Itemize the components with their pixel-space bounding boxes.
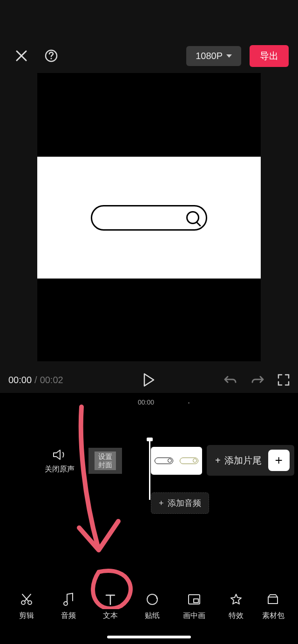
- plus-icon: +: [275, 453, 283, 468]
- tool-label: 剪辑: [19, 611, 34, 621]
- material-icon: [266, 592, 280, 606]
- text-icon: [104, 592, 116, 606]
- topbar-left: [13, 47, 60, 64]
- preview-frame: [37, 157, 261, 279]
- close-icon: [15, 49, 28, 62]
- transport-bar: 00:00 / 00:02: [0, 371, 298, 389]
- resolution-button[interactable]: 1080P: [186, 46, 241, 66]
- home-indicator: [107, 636, 191, 638]
- set-cover-label: 设置 封面: [95, 451, 116, 470]
- add-tail-button[interactable]: + 添加片尾 +: [207, 445, 294, 476]
- tool-text[interactable]: 文本: [89, 592, 131, 621]
- set-cover-button[interactable]: 设置 封面: [88, 447, 123, 475]
- fullscreen-icon: [278, 374, 290, 386]
- pip-icon: [187, 592, 201, 606]
- tool-material[interactable]: 素材包: [257, 592, 290, 621]
- timeline-playhead[interactable]: [149, 439, 150, 500]
- mute-original-button[interactable]: 关闭原声: [45, 449, 74, 474]
- add-audio-button[interactable]: + 添加音频: [151, 492, 209, 514]
- tool-pip[interactable]: 画中画: [173, 592, 215, 621]
- tool-label: 贴纸: [145, 611, 160, 621]
- tool-effect[interactable]: 特效: [215, 592, 257, 621]
- help-button[interactable]: [43, 47, 60, 64]
- star-icon: [230, 592, 243, 606]
- scissors-icon: [20, 592, 34, 606]
- ruler-tick-0: 00:00: [138, 398, 154, 406]
- tool-label: 素材包: [262, 611, 284, 621]
- add-clip-button[interactable]: +: [268, 450, 290, 471]
- export-label: 导出: [260, 51, 278, 61]
- tool-label: 文本: [103, 611, 118, 621]
- transport-right: [224, 374, 290, 386]
- tool-audio[interactable]: 音频: [47, 592, 89, 621]
- mute-label: 关闭原声: [45, 465, 74, 474]
- tool-label: 音频: [61, 611, 76, 621]
- preview-searchbox-graphic: [91, 205, 207, 231]
- clip-thumbnail: [155, 458, 173, 464]
- bottom-toolbar: 剪辑 音频 文本 贴纸 画中画 特效 素材包: [0, 592, 298, 621]
- tool-label: 画中画: [183, 611, 205, 621]
- timeline-clip[interactable]: [151, 447, 202, 475]
- svg-rect-7: [194, 599, 198, 603]
- speaker-icon: [45, 449, 74, 461]
- time-duration: 00:02: [40, 375, 63, 385]
- svg-point-1: [50, 58, 52, 59]
- time-current: 00:00: [8, 375, 32, 385]
- chevron-down-icon: [226, 54, 232, 58]
- tool-edit[interactable]: 剪辑: [6, 592, 47, 621]
- plus-icon: +: [159, 498, 164, 508]
- play-icon: [143, 373, 155, 387]
- undo-icon: [224, 374, 237, 386]
- music-note-icon: [62, 592, 74, 606]
- time-separator: /: [34, 375, 37, 385]
- timeline-area: 00:00 关闭原声 设置 封面 + 添加片尾 + + 添加音频 剪辑: [0, 393, 298, 644]
- redo-button[interactable]: [251, 374, 264, 386]
- play-button[interactable]: [143, 373, 155, 387]
- plus-icon: +: [215, 455, 221, 466]
- sticker-icon: [146, 592, 159, 606]
- add-audio-label: 添加音频: [168, 498, 201, 509]
- tool-sticker[interactable]: 贴纸: [131, 592, 173, 621]
- add-tail-label: + 添加片尾: [215, 454, 262, 467]
- close-button[interactable]: [13, 47, 30, 64]
- redo-icon: [251, 374, 264, 386]
- export-button[interactable]: 导出: [250, 45, 289, 67]
- help-icon: [44, 49, 58, 63]
- clip-thumbnail: [180, 458, 198, 464]
- tool-label: 特效: [229, 611, 244, 621]
- search-icon: [186, 211, 199, 224]
- undo-button[interactable]: [224, 374, 237, 386]
- video-preview[interactable]: [37, 73, 261, 361]
- add-tail-text: 添加片尾: [224, 454, 262, 467]
- top-bar: 1080P 导出: [0, 44, 298, 67]
- resolution-label: 1080P: [196, 51, 223, 61]
- fullscreen-button[interactable]: [278, 374, 290, 386]
- ruler-tick-dot: [188, 402, 190, 404]
- topbar-right: 1080P 导出: [186, 45, 289, 67]
